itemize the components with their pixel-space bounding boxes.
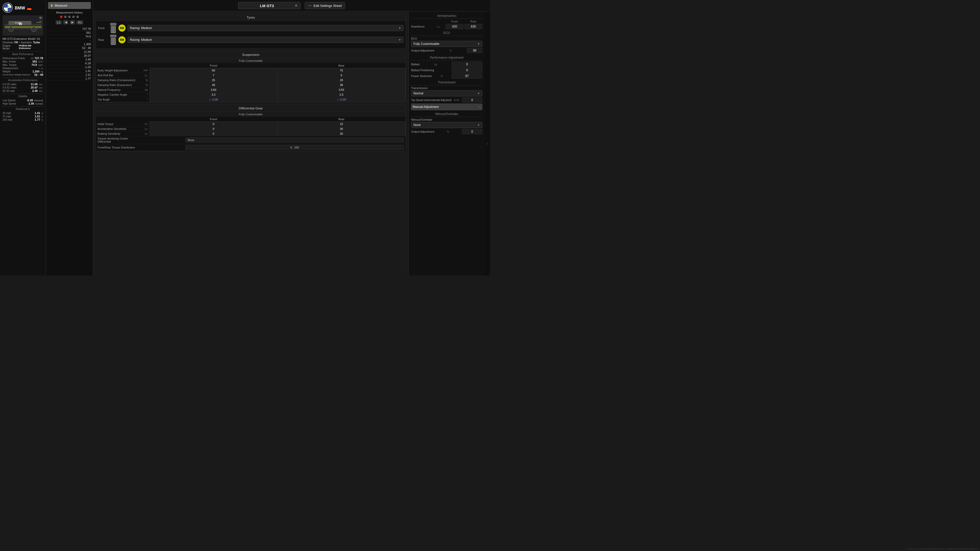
- distribution-row: Front/Rear Torque Distribution 0 : 100: [96, 144, 406, 151]
- susp-front-val-2[interactable]: 25: [150, 78, 277, 83]
- front-tyre-arrow-icon: ▼: [398, 27, 401, 30]
- chevron-right-icon: ›: [487, 141, 488, 146]
- pp-prefix: PP: [31, 57, 34, 60]
- suspension-row-5: Negative Camber Angle ° 3.5 2.5: [96, 92, 406, 97]
- susp-front-val-5[interactable]: 3.5: [150, 92, 277, 97]
- susp-rear-val-2[interactable]: 28: [277, 78, 405, 83]
- suspension-row-0: Body Height Adjustment mm 60 75: [96, 68, 406, 73]
- diff-rear-val-2[interactable]: 20: [277, 131, 405, 136]
- susp-front-val-6[interactable]: ↑↓ 0.05: [150, 97, 277, 102]
- power-restrictor-val[interactable]: 97: [452, 73, 482, 79]
- prev-button[interactable]: ◀: [63, 20, 68, 24]
- susp-front-val-1[interactable]: 7: [150, 73, 277, 78]
- nitrous-select[interactable]: None ▼: [411, 122, 482, 128]
- svg-point-10: [33, 28, 35, 30]
- g150-label: 150 mph: [3, 118, 13, 121]
- rotg-title: Rotational G: [3, 106, 43, 110]
- car-thumbnail-badge: ▤: [39, 16, 42, 19]
- a025-label: 0-0.25 miles: [3, 83, 16, 86]
- ballast-pos-label: Ballast Positioning: [411, 68, 434, 72]
- mval-a062: 20.07: [48, 54, 91, 58]
- power-unit: BHP: [38, 60, 43, 63]
- power-label: Max. Power: [3, 60, 16, 63]
- mval-g75: 1.51: [48, 73, 91, 77]
- manual-adj-button[interactable]: Manual Adjustment ···: [411, 103, 482, 110]
- diff-front-val-0[interactable]: 0: [150, 122, 277, 127]
- diff-row-0: Initial Torque Lv. 0 10: [96, 122, 406, 127]
- pp-val: 727.78: [35, 57, 43, 60]
- diff-rear-val-0[interactable]: 10: [277, 122, 405, 127]
- ecu-label: ECU: [411, 37, 417, 40]
- g40-row: 40 mph 1.41 G: [3, 111, 43, 114]
- tyres-grid: Front RM Racing: Medium ▼: [96, 21, 406, 48]
- aero-title: Aerodynamics: [411, 14, 482, 19]
- nitrous-output-val[interactable]: 0: [462, 129, 482, 134]
- aero-front-val[interactable]: 420: [445, 24, 463, 29]
- top-speed-val[interactable]: 0: [462, 97, 482, 103]
- susp-front-val-3[interactable]: 40: [150, 83, 277, 87]
- car-model-name: M6 GT3 Endurance Model '16: [3, 37, 43, 40]
- diff-row-unit-1: Lv.: [142, 127, 150, 131]
- susp-row-label-3: Damping Ratio (Expansion): [96, 83, 142, 87]
- power-val: 561: [32, 60, 37, 63]
- ballast-label: Ballast: [411, 63, 420, 66]
- front-tyre-select[interactable]: Racing: Medium ▼: [127, 25, 404, 31]
- susp-row-unit-1: Lv.: [142, 73, 150, 78]
- rear-tyre-row: Rear RM Racing: Medium ▼: [98, 35, 404, 45]
- transmission-select[interactable]: Normal ▼: [411, 90, 482, 97]
- susp-front-val-4[interactable]: 3.60: [150, 87, 277, 92]
- susp-rear-val-4[interactable]: 3.55: [277, 87, 405, 92]
- brand-row: BMW BMW 🇩🇪: [3, 3, 43, 14]
- weight-label: Weight: [3, 70, 11, 73]
- susp-rear-val-5[interactable]: 2.5: [277, 92, 405, 97]
- car-image: 98 ROWE ▤: [3, 15, 43, 36]
- measure-triangle-icon: [51, 4, 53, 7]
- g40-unit: G: [41, 112, 43, 114]
- a025-row: 0-0.25 miles 11.06 sec.: [3, 83, 43, 86]
- susp-row-label-1: Anti-Roll Bar: [96, 73, 142, 78]
- edit-sheet-button[interactable]: ··· Edit Settings Sheet: [305, 2, 345, 9]
- scroll-right-button[interactable]: ›: [485, 11, 490, 275]
- next-button[interactable]: ▶: [70, 20, 75, 24]
- weight-unit: kg: [41, 70, 43, 73]
- output-adj-row: Output Adjustment % 99: [411, 48, 482, 53]
- dot-5: [76, 16, 79, 18]
- susp-row-unit-5: °: [142, 92, 150, 97]
- ballast-pos-val[interactable]: 0: [452, 68, 482, 73]
- svg-rect-13: [40, 21, 41, 23]
- vectoring-val: None: [185, 138, 404, 143]
- tyres-title: Tyres: [96, 14, 406, 21]
- susp-rear-val-0[interactable]: 75: [277, 68, 405, 73]
- diff-rear-val-1[interactable]: 30: [277, 127, 405, 131]
- car-spec-row: Drivetrain FR / Aspiration Turbo: [3, 41, 43, 44]
- rear-tyre-select[interactable]: Racing: Medium ▼: [127, 37, 404, 43]
- diff-front-val-1[interactable]: 0: [150, 127, 277, 131]
- susp-rear-val-6[interactable]: ↑↓ 0.20: [277, 97, 405, 102]
- ecu-val: Fully Customisable: [414, 42, 439, 46]
- diff-front-val-2[interactable]: 0: [150, 131, 277, 136]
- susp-front-val-0[interactable]: 60: [150, 68, 277, 73]
- measure-button[interactable]: Measure: [48, 2, 91, 9]
- susp-row-unit-3: %: [142, 83, 150, 87]
- susp-rear-val-1[interactable]: 6: [277, 73, 405, 78]
- suspension-row-6: Toe Angle ° ↑↓ 0.05 ↑↓ 0.20: [96, 97, 406, 102]
- aero-rear-val[interactable]: 630: [465, 24, 482, 29]
- frweight-label: Front-Rear Weight Balance: [3, 73, 30, 76]
- a025-val: 11.06: [30, 83, 38, 86]
- measurement-history-label: Measurement History: [48, 11, 91, 14]
- frweight-row: Front-Rear Weight Balance 52 : 48: [3, 73, 43, 76]
- accel-title: Acceleration Performance: [3, 78, 43, 82]
- ballast-val[interactable]: 0: [452, 62, 482, 67]
- susp-rear-val-3[interactable]: 38: [277, 83, 405, 87]
- torque-label: Max. Torque: [3, 64, 17, 66]
- hamburger-icon[interactable]: ≡: [295, 3, 298, 8]
- ecu-select[interactable]: Fully Customisable ▼: [411, 41, 482, 47]
- power-row: Max. Power 561 BHP: [3, 60, 43, 63]
- rear-tyre-body-icon: [111, 38, 116, 45]
- output-adj-val[interactable]: 99: [467, 48, 482, 53]
- g75-unit: G: [41, 115, 43, 118]
- stability-title: Stability: [3, 94, 43, 98]
- lowspeed-label: Low Speed: [3, 99, 15, 102]
- car-selector[interactable]: LM GT3 ≡: [238, 2, 301, 9]
- l1-label: L1: [56, 21, 62, 24]
